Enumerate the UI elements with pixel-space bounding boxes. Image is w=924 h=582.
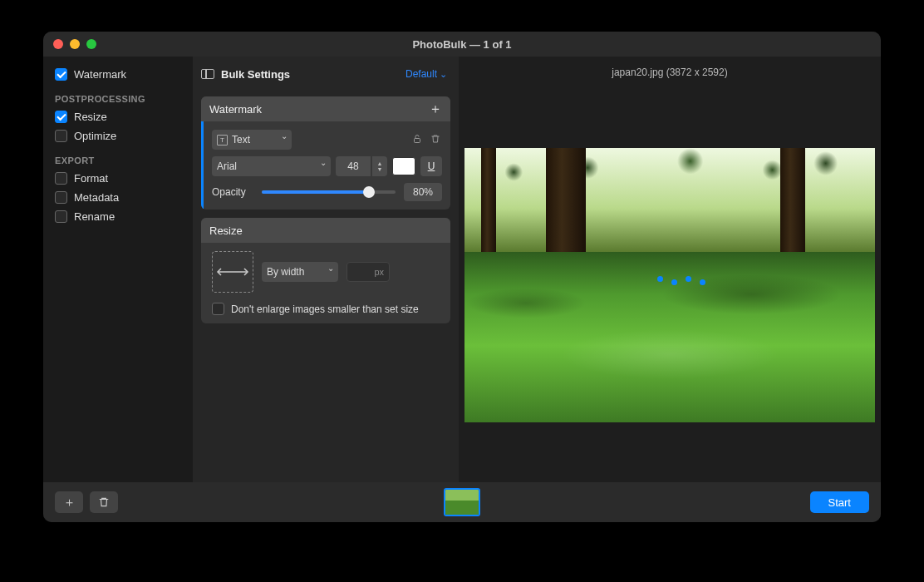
settings-panel: Bulk Settings Default Watermark ＋ Text — [193, 57, 459, 482]
sidebar-group-postprocessing: POSTPROCESSING — [55, 94, 183, 104]
minimize-window-button[interactable] — [70, 39, 80, 49]
resize-card-header: Resize — [201, 218, 450, 243]
body: Watermark POSTPROCESSING Resize Optimize… — [43, 57, 881, 482]
dont-enlarge-label: Don't enlarge images smaller than set si… — [231, 303, 419, 315]
sidebar-item-label: Rename — [74, 210, 115, 223]
start-label: Start — [828, 496, 851, 509]
checkbox-icon[interactable] — [55, 68, 67, 81]
resize-value-input[interactable]: px — [346, 262, 390, 282]
preset-dropdown[interactable]: Default — [405, 68, 447, 80]
resize-card: Resize By width px — [201, 218, 450, 323]
plus-icon: ＋ — [63, 495, 76, 510]
sidebar-item-format[interactable]: Format — [53, 169, 183, 188]
sidebar-item-label: Optimize — [74, 130, 116, 142]
checkbox-icon[interactable] — [55, 130, 67, 142]
window-controls — [53, 39, 96, 49]
sidebar-item-watermark[interactable]: Watermark — [53, 65, 183, 84]
checkbox-icon[interactable] — [55, 172, 67, 185]
resize-mode-select[interactable]: By width — [262, 262, 338, 282]
card-title: Resize — [209, 224, 243, 237]
titlebar: PhotoBulk — 1 of 1 — [43, 32, 881, 57]
sidebar: Watermark POSTPROCESSING Resize Optimize… — [43, 57, 193, 482]
settings-title: Bulk Settings — [221, 68, 290, 81]
panel-icon — [201, 69, 214, 79]
preview-panel: japan20.jpg (3872 x 2592) — [459, 57, 881, 482]
add-images-button[interactable]: ＋ — [55, 491, 83, 513]
resize-dimension-icon — [212, 251, 253, 293]
font-size-stepper[interactable]: ▲▼ — [372, 156, 387, 176]
underline-button[interactable]: U — [420, 156, 442, 176]
watermark-type-select[interactable]: Text — [212, 130, 292, 150]
start-button[interactable]: Start — [810, 491, 869, 513]
zoom-window-button[interactable] — [86, 39, 96, 49]
opacity-label: Opacity — [212, 186, 253, 198]
color-swatch[interactable] — [392, 157, 415, 175]
sidebar-item-optimize[interactable]: Optimize — [53, 126, 183, 146]
sidebar-item-label: Resize — [74, 111, 107, 123]
preview-image — [464, 148, 875, 422]
sidebar-group-export: EXPORT — [55, 155, 183, 165]
window-title: PhotoBulk — 1 of 1 — [43, 38, 881, 51]
svg-rect-0 — [415, 139, 420, 143]
watermark-handles[interactable] — [657, 279, 705, 285]
sidebar-item-resize[interactable]: Resize — [53, 107, 183, 126]
trash-icon — [98, 496, 110, 508]
watermark-card: Watermark ＋ Text — [201, 96, 450, 210]
unit-label: px — [374, 267, 384, 277]
font-size-input[interactable] — [336, 156, 371, 176]
thumbnail[interactable] — [444, 488, 480, 516]
sidebar-item-rename[interactable]: Rename — [53, 207, 183, 226]
sidebar-item-metadata[interactable]: Metadata — [53, 188, 183, 207]
preview-image-area[interactable] — [459, 88, 881, 482]
settings-header: Bulk Settings Default — [201, 65, 450, 88]
checkbox-icon[interactable] — [55, 191, 67, 204]
slider-thumb[interactable] — [363, 186, 375, 198]
sidebar-item-label: Watermark — [74, 68, 126, 81]
select-value: Arial — [217, 160, 237, 172]
dont-enlarge-checkbox[interactable] — [212, 303, 224, 315]
checkbox-icon[interactable] — [55, 111, 67, 123]
preview-info: japan20.jpg (3872 x 2592) — [459, 57, 881, 88]
app-window: PhotoBulk — 1 of 1 Watermark POSTPROCESS… — [43, 32, 881, 522]
add-watermark-button[interactable]: ＋ — [429, 101, 442, 118]
font-family-select[interactable]: Arial — [212, 156, 331, 176]
checkbox-icon[interactable] — [55, 210, 67, 223]
unlock-icon[interactable] — [410, 132, 424, 147]
close-window-button[interactable] — [53, 39, 63, 49]
select-value: By width — [267, 266, 304, 278]
trash-icon[interactable] — [429, 132, 442, 147]
select-value: Text — [232, 134, 250, 146]
card-title: Watermark — [209, 103, 262, 116]
opacity-value[interactable]: 80% — [404, 183, 442, 201]
watermark-card-header: Watermark ＋ — [201, 96, 450, 121]
thumbnail-strip — [444, 488, 480, 516]
footer: ＋ Start — [43, 482, 881, 522]
remove-images-button[interactable] — [90, 491, 118, 513]
sidebar-item-label: Format — [74, 172, 108, 185]
sidebar-item-label: Metadata — [74, 191, 119, 204]
opacity-slider[interactable] — [262, 190, 396, 194]
preset-label: Default — [405, 68, 437, 80]
